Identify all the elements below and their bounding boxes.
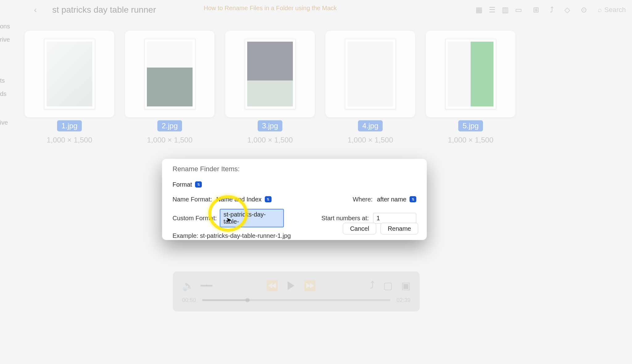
volume-icon[interactable]: 🔈: [182, 280, 194, 292]
file-name: 5.jpg: [458, 120, 483, 131]
chevron-updown-icon: ⇅: [195, 181, 202, 188]
file-dimensions: 1,000 × 1,500: [147, 136, 192, 144]
mode-select[interactable]: Format ⇅: [173, 179, 202, 190]
start-numbers-input[interactable]: 1: [373, 213, 416, 224]
group-icon[interactable]: ⊞: [533, 6, 539, 14]
rewind-icon[interactable]: ⏪: [266, 280, 278, 292]
file-dimensions: 1,000 × 1,500: [347, 136, 393, 144]
name-format-select[interactable]: Name and Index ⇅: [216, 194, 272, 205]
forward-icon[interactable]: ⏩: [304, 280, 316, 292]
video-progress[interactable]: [202, 299, 390, 301]
pip-icon[interactable]: ▣: [401, 280, 410, 292]
search-label: Search: [604, 6, 626, 14]
custom-format-label: Custom Format:: [173, 215, 217, 222]
search-box[interactable]: ⌕ Search: [598, 6, 626, 14]
finder-toolbar: ‹ st patricks day table runner How to Re…: [0, 0, 632, 20]
play-icon[interactable]: [288, 281, 294, 290]
file-item[interactable]: 4.jpg 1,000 × 1,500: [326, 31, 415, 144]
sidebar-item[interactable]: rive: [0, 33, 15, 46]
file-name: 3.jpg: [258, 120, 282, 131]
rename-button[interactable]: Rename: [380, 223, 418, 234]
where-select[interactable]: after name ⇅: [377, 194, 416, 205]
video-controls-bar: 🔈 ━━ ⏪ ⏩ ⤴ ▢ ▣ 00:50 02:39: [173, 271, 420, 312]
finder-icon-grid: 1.jpg 1,000 × 1,500 2.jpg 1,000 × 1,500 …: [25, 31, 607, 144]
rename-dialog: Rename Finder Items: Format ⇅ Name Forma…: [162, 159, 427, 240]
file-name: 4.jpg: [358, 120, 383, 131]
sidebar-item[interactable]: ds: [0, 87, 15, 101]
action-icon[interactable]: ⊙: [581, 6, 587, 14]
folder-title: st patricks day table runner: [52, 5, 156, 15]
time-total: 02:39: [397, 297, 410, 304]
sidebar-item[interactable]: ts: [0, 74, 15, 87]
dialog-title: Rename Finder Items:: [173, 165, 416, 173]
file-name: 1.jpg: [57, 120, 82, 131]
search-icon: ⌕: [598, 6, 602, 14]
share-icon[interactable]: ⤴: [550, 6, 554, 14]
cancel-button[interactable]: Cancel: [343, 223, 376, 234]
time-current: 00:50: [182, 297, 196, 304]
finder-sidebar: ons rive ts ds ive: [0, 20, 15, 297]
column-view-icon[interactable]: ▥: [502, 6, 509, 14]
view-mode-icons[interactable]: ▦ ☰ ▥ ▭: [476, 6, 522, 14]
chevron-updown-icon: ⇅: [265, 196, 272, 202]
share-icon[interactable]: ⤴: [370, 280, 375, 292]
custom-format-input[interactable]: st-patricks-day-table-: [220, 209, 284, 227]
icon-view-icon[interactable]: ▦: [476, 6, 483, 14]
volume-slider[interactable]: ━━: [201, 280, 212, 292]
document-tab: How to Rename Files in a Folder using th…: [204, 5, 337, 12]
list-view-icon[interactable]: ☰: [489, 6, 496, 14]
start-numbers-label: Start numbers at:: [322, 215, 369, 222]
file-dimensions: 1,000 × 1,500: [47, 136, 92, 144]
chevron-updown-icon: ⇅: [410, 196, 416, 202]
file-name: 2.jpg: [157, 120, 182, 131]
file-item[interactable]: 3.jpg 1,000 × 1,500: [225, 31, 315, 144]
name-format-label: Name Format:: [173, 196, 212, 203]
file-dimensions: 1,000 × 1,500: [247, 136, 293, 144]
where-label: Where:: [353, 196, 372, 203]
sidebar-item[interactable]: ons: [0, 20, 15, 33]
file-dimensions: 1,000 × 1,500: [448, 136, 493, 144]
tag-icon[interactable]: ◇: [564, 6, 570, 14]
file-item[interactable]: 1.jpg 1,000 × 1,500: [25, 31, 114, 144]
back-icon[interactable]: ‹: [34, 5, 37, 15]
airplay-icon[interactable]: ▢: [383, 280, 393, 292]
file-item[interactable]: 5.jpg 1,000 × 1,500: [426, 31, 515, 144]
gallery-view-icon[interactable]: ▭: [515, 6, 522, 14]
sidebar-item[interactable]: ive: [0, 116, 15, 129]
file-item[interactable]: 2.jpg 1,000 × 1,500: [125, 31, 214, 144]
